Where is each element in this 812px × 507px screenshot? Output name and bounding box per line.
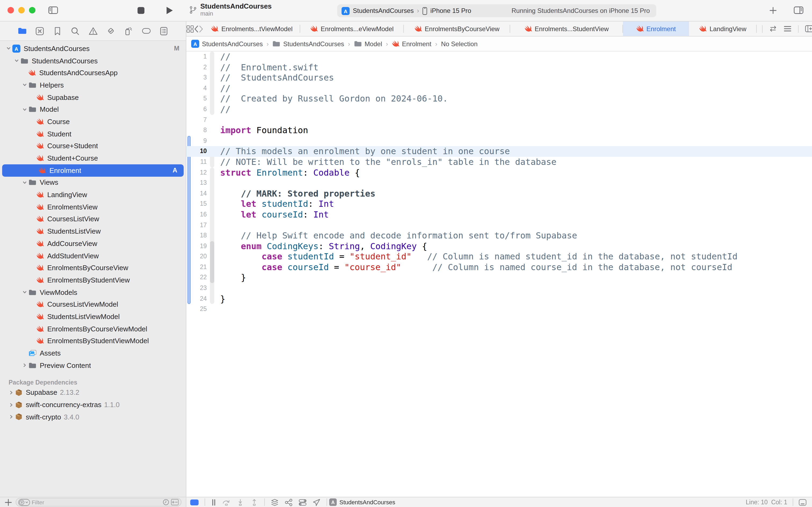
close-window-button[interactable] (7, 7, 14, 13)
line-number[interactable]: 20 (186, 251, 207, 262)
code-line[interactable]: 14 // MARK: Stored properties (186, 188, 812, 199)
swap-editor-icon[interactable] (769, 25, 777, 32)
disclosure-chevron-icon[interactable] (7, 402, 15, 407)
breakpoints-navigator-icon[interactable] (141, 26, 151, 36)
memory-graph-icon[interactable] (285, 498, 293, 506)
disclosure-chevron-icon[interactable] (20, 362, 28, 368)
zoom-window-button[interactable] (29, 7, 36, 13)
sidebar-item-course-student[interactable]: Course+Student (0, 140, 186, 152)
back-chevron-icon[interactable] (194, 21, 199, 36)
disclosure-chevron-icon[interactable] (7, 414, 15, 420)
tab-enrolments-studentview[interactable]: Enrolments...StudentView (510, 21, 623, 36)
tab-enrolments-tviewmodel[interactable]: Enrolments...tViewModel (204, 21, 300, 36)
disclosure-chevron-icon[interactable] (20, 180, 28, 185)
line-number[interactable]: 6 (186, 104, 207, 115)
scheme-app-name[interactable]: StudentsAndCourses (353, 7, 414, 14)
sidebar-item-addcourseview[interactable]: AddCourseView (0, 237, 186, 249)
line-number[interactable]: 10 (186, 146, 207, 157)
code-line[interactable]: 10// This models an enrolment by one stu… (186, 146, 812, 157)
code-line[interactable]: 4// (186, 83, 812, 94)
line-number[interactable]: 1 (186, 52, 207, 62)
sidebar-item-views[interactable]: Views (0, 176, 186, 188)
code-line[interactable]: 3// StudentsAndCourses (186, 72, 812, 83)
sidebar-item-model[interactable]: Model (0, 103, 186, 115)
disclosure-chevron-icon[interactable] (7, 390, 15, 395)
add-editor-icon[interactable] (805, 25, 812, 32)
sidebar-item-enrolmentsbystudentviewmodel[interactable]: EnrolmentsByStudentViewModel (0, 335, 186, 347)
code-line[interactable]: 17 (186, 220, 812, 230)
sidebar-item-courseslistviewmodel[interactable]: CoursesListViewModel (0, 298, 186, 311)
bookmarks-navigator-icon[interactable] (53, 26, 62, 36)
filter-field[interactable] (15, 498, 181, 506)
disclosure-chevron-icon[interactable] (20, 107, 28, 112)
add-remove-filter-icon[interactable] (171, 499, 179, 505)
code-line[interactable]: 13 (186, 178, 812, 188)
code-line[interactable]: 19 enum CodingKeys: String, CodingKey { (186, 241, 812, 251)
sidebar-item-landingview[interactable]: LandingView (0, 189, 186, 201)
sidebar-item-enrolmentsbycourseviewmodel[interactable]: EnrolmentsByCourseViewModel (0, 323, 186, 335)
editor-options-icon[interactable] (784, 26, 792, 32)
find-navigator-icon[interactable] (70, 26, 80, 36)
tab-landingview[interactable]: LandingView (689, 21, 757, 36)
breadcrumb-item[interactable]: Model (354, 40, 382, 48)
line-number[interactable]: 13 (186, 178, 207, 188)
recents-clock-icon[interactable] (163, 499, 169, 505)
issues-navigator-icon[interactable] (88, 26, 98, 36)
package-item-swift-concurrency-extras[interactable]: swift-concurrency-extras1.1.0 (0, 399, 186, 411)
breadcrumb-item[interactable]: No Selection (441, 40, 477, 48)
code-line[interactable]: 6// (186, 104, 812, 115)
line-number[interactable]: 2 (186, 62, 207, 72)
scheme-device-name[interactable]: iPhone 15 Pro (430, 7, 471, 14)
line-number[interactable]: 23 (186, 283, 207, 293)
sidebar-item-assets[interactable]: Assets (0, 347, 186, 359)
disclosure-chevron-icon[interactable] (20, 82, 28, 88)
code-line[interactable]: 2// Enrolment.swift (186, 62, 812, 72)
code-editor[interactable]: 1//2// Enrolment.swift3// StudentsAndCou… (186, 52, 812, 497)
minimize-window-button[interactable] (18, 7, 25, 13)
breadcrumb-item[interactable]: Enrolment (392, 40, 431, 48)
tab-enrolmentsbycourseview[interactable]: EnrolmentsByCourseView (404, 21, 510, 36)
line-number[interactable]: 17 (186, 220, 207, 230)
breakpoints-toggle-icon[interactable] (190, 499, 199, 505)
line-number[interactable]: 4 (186, 83, 207, 94)
disclosure-chevron-icon[interactable] (20, 289, 28, 295)
code-line[interactable]: 7 (186, 115, 812, 125)
code-line[interactable]: 23 (186, 283, 812, 293)
code-line[interactable]: 16 let courseId: Int (186, 210, 812, 220)
line-number[interactable]: 25 (186, 304, 207, 315)
line-number[interactable]: 19 (186, 241, 207, 251)
debug-navigator-icon[interactable] (123, 26, 133, 36)
stop-button[interactable] (137, 6, 145, 14)
line-number[interactable]: 21 (186, 262, 207, 273)
code-line[interactable]: 25 (186, 304, 812, 315)
sidebar-item-studentsandcourses[interactable]: StudentsAndCourses (0, 55, 186, 67)
code-line[interactable]: 11// NOTE: Will be written to the "enrol… (186, 157, 812, 167)
sidebar-item-studentslistviewmodel[interactable]: StudentsListViewModel (0, 311, 186, 323)
sidebar-divider[interactable] (186, 21, 186, 507)
sidebar-item-enrolment[interactable]: EnrolmentA (2, 164, 184, 176)
package-item-supabase[interactable]: Supabase2.13.2 (0, 386, 186, 398)
scheme-and-activity-pill[interactable]: A StudentsAndCourses › iPhone 15 Pro Run… (337, 4, 656, 17)
sidebar-item-studentsandcoursesapp[interactable]: StudentsAndCoursesApp (0, 67, 186, 79)
source-control-navigator-icon[interactable] (35, 26, 45, 36)
code-line[interactable]: 15 let studentId: Int (186, 199, 812, 210)
code-line[interactable]: 8import Foundation (186, 125, 812, 135)
line-number[interactable]: 3 (186, 72, 207, 83)
code-line[interactable]: 20 case studentId = "student_id" // Colu… (186, 251, 812, 262)
tab-enrolments-eviewmodel[interactable]: Enrolments...eViewModel (300, 21, 404, 36)
sidebar-item-courseslistview[interactable]: CoursesListView (0, 213, 186, 225)
line-number[interactable]: 5 (186, 94, 207, 104)
step-out-icon[interactable] (250, 499, 258, 506)
sidebar-item-studentsandcourses[interactable]: AStudentsAndCoursesM (0, 43, 186, 55)
line-number[interactable]: 18 (186, 230, 207, 241)
sidebar-item-enrolmentsbystudentview[interactable]: EnrolmentsByStudentView (0, 274, 186, 286)
code-line[interactable]: 1// (186, 52, 812, 62)
line-number[interactable]: 16 (186, 210, 207, 220)
tab-overview-icon[interactable] (186, 21, 194, 36)
add-file-button[interactable] (4, 498, 12, 506)
sidebar-item-course[interactable]: Course (0, 115, 186, 127)
simulate-location-icon[interactable] (312, 498, 321, 506)
editor-bottom-bar-toggle-icon[interactable] (799, 499, 807, 506)
package-item-swift-crypto[interactable]: swift-crypto3.4.0 (0, 411, 186, 423)
sidebar-item-enrolmentsbycourseview[interactable]: EnrolmentsByCourseView (0, 262, 186, 274)
